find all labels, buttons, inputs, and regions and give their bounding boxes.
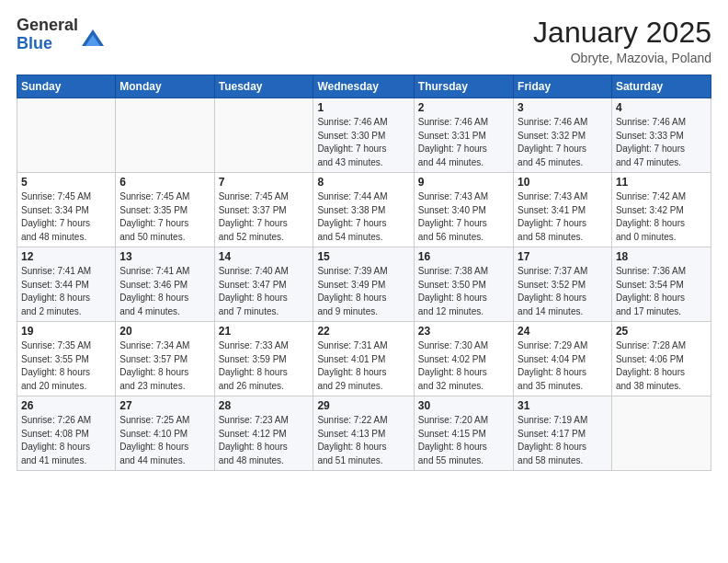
table-row: 12Sunrise: 7:41 AMSunset: 3:44 PMDayligh… <box>17 247 116 322</box>
day-detail: Sunrise: 7:45 AMSunset: 3:37 PMDaylight:… <box>219 190 310 244</box>
day-detail: Sunrise: 7:44 AMSunset: 3:38 PMDaylight:… <box>317 190 409 244</box>
table-row: 11Sunrise: 7:42 AMSunset: 3:42 PMDayligh… <box>611 173 711 247</box>
table-row: 14Sunrise: 7:40 AMSunset: 3:47 PMDayligh… <box>214 247 313 322</box>
table-row: 1Sunrise: 7:46 AMSunset: 3:30 PMDaylight… <box>313 98 414 173</box>
table-row: 6Sunrise: 7:45 AMSunset: 3:35 PMDaylight… <box>116 173 214 247</box>
header: General Blue January 2025 Obryte, Mazovi… <box>17 17 711 65</box>
title-block: January 2025 Obryte, Mazovia, Poland <box>533 17 711 65</box>
day-detail: Sunrise: 7:28 AMSunset: 4:06 PMDaylight:… <box>616 339 707 393</box>
table-row: 2Sunrise: 7:46 AMSunset: 3:31 PMDaylight… <box>414 98 513 173</box>
day-detail: Sunrise: 7:43 AMSunset: 3:41 PMDaylight:… <box>518 190 608 244</box>
day-detail: Sunrise: 7:38 AMSunset: 3:50 PMDaylight:… <box>418 265 509 318</box>
table-row <box>116 98 214 173</box>
col-monday: Monday <box>116 75 214 98</box>
calendar: Sunday Monday Tuesday Wednesday Thursday… <box>17 75 711 471</box>
day-detail: Sunrise: 7:31 AMSunset: 4:01 PMDaylight:… <box>317 339 409 393</box>
day-detail: Sunrise: 7:33 AMSunset: 3:59 PMDaylight:… <box>219 339 310 393</box>
table-row: 9Sunrise: 7:43 AMSunset: 3:40 PMDaylight… <box>414 173 513 247</box>
logo-general: General <box>17 17 78 35</box>
table-row: 18Sunrise: 7:36 AMSunset: 3:54 PMDayligh… <box>611 247 711 322</box>
day-detail: Sunrise: 7:46 AMSunset: 3:32 PMDaylight:… <box>518 116 608 169</box>
day-number: 5 <box>21 176 111 189</box>
day-detail: Sunrise: 7:40 AMSunset: 3:47 PMDaylight:… <box>219 265 310 318</box>
day-detail: Sunrise: 7:46 AMSunset: 3:31 PMDaylight:… <box>418 116 509 169</box>
table-row: 28Sunrise: 7:23 AMSunset: 4:12 PMDayligh… <box>214 396 313 471</box>
day-detail: Sunrise: 7:41 AMSunset: 3:46 PMDaylight:… <box>119 265 210 318</box>
day-detail: Sunrise: 7:35 AMSunset: 3:55 PMDaylight:… <box>21 339 111 393</box>
day-detail: Sunrise: 7:46 AMSunset: 3:33 PMDaylight:… <box>616 116 707 169</box>
table-row: 30Sunrise: 7:20 AMSunset: 4:15 PMDayligh… <box>414 396 513 471</box>
day-detail: Sunrise: 7:25 AMSunset: 4:10 PMDaylight:… <box>119 414 210 467</box>
day-number: 29 <box>317 399 409 412</box>
table-row: 7Sunrise: 7:45 AMSunset: 3:37 PMDaylight… <box>214 173 313 247</box>
day-number: 30 <box>418 399 509 412</box>
table-row: 21Sunrise: 7:33 AMSunset: 3:59 PMDayligh… <box>214 322 313 396</box>
day-detail: Sunrise: 7:22 AMSunset: 4:13 PMDaylight:… <box>317 414 409 467</box>
table-row: 27Sunrise: 7:25 AMSunset: 4:10 PMDayligh… <box>116 396 214 471</box>
table-row: 22Sunrise: 7:31 AMSunset: 4:01 PMDayligh… <box>313 322 414 396</box>
day-detail: Sunrise: 7:19 AMSunset: 4:17 PMDaylight:… <box>518 414 608 467</box>
day-number: 12 <box>21 250 111 263</box>
day-detail: Sunrise: 7:37 AMSunset: 3:52 PMDaylight:… <box>518 265 608 318</box>
table-row: 10Sunrise: 7:43 AMSunset: 3:41 PMDayligh… <box>514 173 612 247</box>
day-number: 6 <box>119 176 210 189</box>
day-detail: Sunrise: 7:26 AMSunset: 4:08 PMDaylight:… <box>21 414 111 467</box>
col-friday: Friday <box>514 75 612 98</box>
day-number: 19 <box>21 325 111 338</box>
day-number: 7 <box>219 176 310 189</box>
table-row: 29Sunrise: 7:22 AMSunset: 4:13 PMDayligh… <box>313 396 414 471</box>
table-row: 20Sunrise: 7:34 AMSunset: 3:57 PMDayligh… <box>116 322 214 396</box>
logo-icon <box>80 26 106 52</box>
day-number: 22 <box>317 325 409 338</box>
day-detail: Sunrise: 7:34 AMSunset: 3:57 PMDaylight:… <box>119 339 210 393</box>
day-detail: Sunrise: 7:39 AMSunset: 3:49 PMDaylight:… <box>317 265 409 318</box>
col-wednesday: Wednesday <box>313 75 414 98</box>
day-number: 23 <box>418 325 509 338</box>
table-row: 31Sunrise: 7:19 AMSunset: 4:17 PMDayligh… <box>514 396 612 471</box>
col-thursday: Thursday <box>414 75 513 98</box>
day-detail: Sunrise: 7:29 AMSunset: 4:04 PMDaylight:… <box>518 339 608 393</box>
day-number: 3 <box>518 101 608 114</box>
table-row: 25Sunrise: 7:28 AMSunset: 4:06 PMDayligh… <box>611 322 711 396</box>
location: Obryte, Mazovia, Poland <box>533 51 711 65</box>
day-number: 4 <box>616 101 707 114</box>
table-row: 8Sunrise: 7:44 AMSunset: 3:38 PMDaylight… <box>313 173 414 247</box>
table-row: 23Sunrise: 7:30 AMSunset: 4:02 PMDayligh… <box>414 322 513 396</box>
table-row: 3Sunrise: 7:46 AMSunset: 3:32 PMDaylight… <box>514 98 612 173</box>
day-number: 10 <box>518 176 608 189</box>
day-number: 20 <box>119 325 210 338</box>
day-detail: Sunrise: 7:30 AMSunset: 4:02 PMDaylight:… <box>418 339 509 393</box>
calendar-body: 1Sunrise: 7:46 AMSunset: 3:30 PMDaylight… <box>17 98 711 471</box>
day-number: 31 <box>518 399 608 412</box>
day-number: 25 <box>616 325 707 338</box>
day-number: 16 <box>418 250 509 263</box>
table-row <box>17 98 116 173</box>
day-detail: Sunrise: 7:36 AMSunset: 3:54 PMDaylight:… <box>616 265 707 318</box>
page: General Blue January 2025 Obryte, Mazovi… <box>0 0 728 563</box>
month-title: January 2025 <box>533 17 711 49</box>
table-row: 19Sunrise: 7:35 AMSunset: 3:55 PMDayligh… <box>17 322 116 396</box>
day-number: 1 <box>317 101 409 114</box>
day-number: 18 <box>616 250 707 263</box>
day-number: 17 <box>518 250 608 263</box>
table-row: 16Sunrise: 7:38 AMSunset: 3:50 PMDayligh… <box>414 247 513 322</box>
col-tuesday: Tuesday <box>214 75 313 98</box>
day-number: 9 <box>418 176 509 189</box>
day-number: 28 <box>219 399 310 412</box>
day-detail: Sunrise: 7:23 AMSunset: 4:12 PMDaylight:… <box>219 414 310 467</box>
day-number: 2 <box>418 101 509 114</box>
day-detail: Sunrise: 7:41 AMSunset: 3:44 PMDaylight:… <box>21 265 111 318</box>
day-detail: Sunrise: 7:42 AMSunset: 3:42 PMDaylight:… <box>616 190 707 244</box>
table-row: 17Sunrise: 7:37 AMSunset: 3:52 PMDayligh… <box>514 247 612 322</box>
day-detail: Sunrise: 7:45 AMSunset: 3:34 PMDaylight:… <box>21 190 111 244</box>
day-detail: Sunrise: 7:46 AMSunset: 3:30 PMDaylight:… <box>317 116 409 169</box>
day-number: 27 <box>119 399 210 412</box>
day-number: 14 <box>219 250 310 263</box>
table-row <box>611 396 711 471</box>
day-number: 8 <box>317 176 409 189</box>
day-number: 15 <box>317 250 409 263</box>
table-row: 15Sunrise: 7:39 AMSunset: 3:49 PMDayligh… <box>313 247 414 322</box>
day-detail: Sunrise: 7:43 AMSunset: 3:40 PMDaylight:… <box>418 190 509 244</box>
calendar-header: Sunday Monday Tuesday Wednesday Thursday… <box>17 75 711 98</box>
day-number: 13 <box>119 250 210 263</box>
